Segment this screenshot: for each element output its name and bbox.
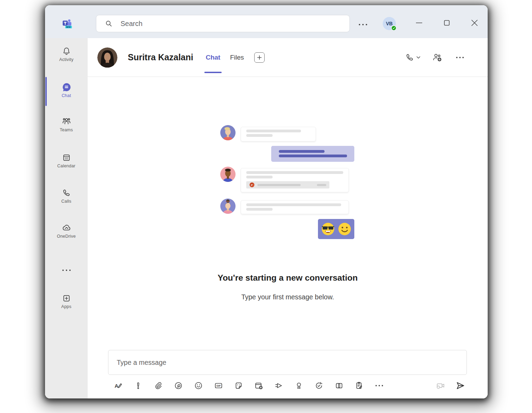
svg-text:P: P <box>251 184 253 187</box>
illustration-avatar-blonde <box>220 125 236 140</box>
apps-plus-icon <box>45 294 88 303</box>
tasks-icon[interactable] <box>354 380 364 391</box>
sidebar-item-label: Apps <box>45 304 88 309</box>
app-sidebar: Activity Chat <box>45 38 88 398</box>
sidebar-item-calls[interactable]: Calls <box>45 188 88 204</box>
refresh-check-icon[interactable] <box>314 380 324 391</box>
minimize-button[interactable] <box>413 17 425 29</box>
conversation-pane: P <box>88 77 488 398</box>
placeholder-reaction-bubble <box>318 219 354 239</box>
bell-icon <box>45 47 88 56</box>
teams-people-icon <box>45 117 88 126</box>
message-input[interactable] <box>117 359 458 367</box>
slightly-smiling-face-emoji <box>338 222 351 236</box>
message-input-box[interactable] <box>108 350 467 375</box>
tab-files[interactable]: Files <box>225 38 249 77</box>
importance-icon[interactable] <box>133 380 143 391</box>
composer-toolbar: A <box>108 380 467 391</box>
attach-icon[interactable] <box>153 380 163 391</box>
add-people-button[interactable] <box>430 51 445 64</box>
sidebar-item-chat[interactable]: Chat <box>45 83 88 98</box>
tab-chat[interactable]: Chat <box>201 38 225 77</box>
schedule-send-icon[interactable] <box>254 380 264 391</box>
sidebar-item-apps[interactable]: Apps <box>45 294 88 309</box>
available-check-badge <box>391 25 397 31</box>
search-bar[interactable] <box>96 15 350 32</box>
profile-avatar[interactable]: VB <box>383 17 396 30</box>
calendar-icon <box>45 153 88 162</box>
placeholder-attachment: P <box>246 181 329 188</box>
phone-icon <box>45 188 88 197</box>
teams-logo-icon: NEW <box>62 18 74 29</box>
placeholder-message-card <box>241 200 349 214</box>
format-icon[interactable]: A <box>113 380 123 391</box>
sidebar-item-label: Teams <box>45 128 88 132</box>
add-people-icon <box>432 53 443 62</box>
composer-more-icon[interactable] <box>374 380 384 391</box>
sticker-icon[interactable] <box>233 380 244 391</box>
sidebar-item-label: Chat <box>45 93 88 98</box>
documents-icon[interactable] <box>334 380 344 391</box>
smiling-face-with-sunglasses-emoji <box>321 222 335 236</box>
more-horizontal-icon <box>45 266 88 275</box>
cloud-icon <box>45 223 88 232</box>
sidebar-item-calendar[interactable]: Calendar <box>45 153 88 168</box>
sidebar-item-label: OneDrive <box>45 234 88 239</box>
svg-text:GIF: GIF <box>216 384 221 387</box>
more-horizontal-icon <box>456 56 464 59</box>
call-icon <box>405 53 414 62</box>
sidebar-item-label: Activity <box>45 57 88 62</box>
loop-icon[interactable] <box>173 380 184 391</box>
sidebar-item-more[interactable] <box>45 266 88 276</box>
call-button[interactable] <box>403 51 423 64</box>
sidebar-item-teams[interactable]: Teams <box>45 117 88 132</box>
close-button[interactable] <box>468 17 481 29</box>
chat-more-button[interactable] <box>454 54 466 61</box>
sidebar-item-label: Calendar <box>45 164 88 168</box>
chat-tabs: Chat Files <box>201 38 249 77</box>
illustration-avatar-woman <box>220 199 236 214</box>
sidebar-item-label: Calls <box>45 199 88 204</box>
illustration-avatar-man <box>220 167 236 182</box>
chat-title: Suritra Kazalani <box>128 52 193 62</box>
chevron-down-icon <box>416 56 420 59</box>
placeholder-message-card: P <box>241 168 349 192</box>
empty-state-title: You're starting a new conversation <box>88 273 488 283</box>
maximize-button[interactable] <box>441 17 453 29</box>
gif-icon[interactable]: GIF <box>213 380 224 391</box>
title-bar: NEW VB <box>45 5 488 38</box>
chat-header: Suritra Kazalani Chat Files <box>88 38 488 77</box>
chat-bubble-icon <box>45 83 88 92</box>
placeholder-message-card <box>241 127 316 141</box>
praise-icon[interactable] <box>294 380 304 391</box>
teams-window: NEW VB <box>45 5 488 398</box>
teams-logo-badge: NEW <box>66 26 71 28</box>
powerpoint-file-icon: P <box>249 182 255 187</box>
sidebar-item-onedrive[interactable]: OneDrive <box>45 223 88 239</box>
svg-text:A: A <box>115 383 118 389</box>
search-input[interactable] <box>121 20 349 28</box>
placeholder-sent-bubble <box>271 146 354 162</box>
send-icon[interactable] <box>455 380 466 391</box>
empty-state-subtitle: Type your first message below. <box>88 293 488 301</box>
video-clip-icon <box>436 380 446 391</box>
add-tab-button[interactable] <box>254 52 265 63</box>
message-composer: A <box>108 350 467 391</box>
search-icon <box>105 19 113 28</box>
sidebar-item-activity[interactable]: Activity <box>45 47 88 62</box>
profile-initials: VB <box>386 21 392 26</box>
contact-photo[interactable] <box>97 47 117 68</box>
emoji-icon[interactable] <box>193 380 204 391</box>
stream-icon[interactable] <box>274 380 284 391</box>
titlebar-more-button[interactable] <box>358 23 368 26</box>
